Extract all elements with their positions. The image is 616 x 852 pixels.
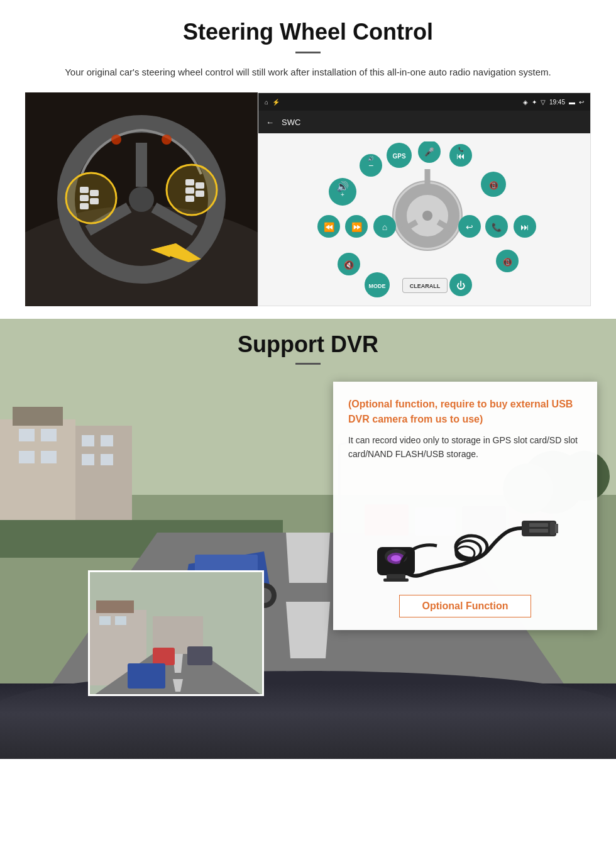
swc-status-bar: ⌂ ⚡ ◈ ✦ ▽ 19:45 ▬ ↩ (258, 93, 590, 111)
dvr-title-divider (295, 363, 321, 365)
svg-text:+: + (341, 191, 344, 198)
swc-buttons-area: − 🔊 GPS 🎤 ⏮ 📞 🔊 + (258, 133, 590, 306)
svg-text:⏻: ⏻ (456, 280, 465, 290)
wifi-icon: ▽ (541, 99, 546, 106)
bluetooth-icon: ✦ (532, 99, 537, 106)
svg-rect-17 (195, 182, 204, 189)
svg-rect-70 (13, 407, 63, 426)
svg-text:⌂: ⌂ (382, 222, 387, 232)
svg-rect-8 (80, 187, 89, 193)
svg-text:🔇: 🔇 (344, 260, 355, 270)
svg-rect-105 (115, 616, 126, 625)
swc-title: Steering Wheel Control (25, 19, 591, 45)
svg-rect-73 (19, 451, 35, 463)
svg-point-25 (422, 211, 432, 221)
swc-nav-back-arrow[interactable]: ← (266, 118, 274, 127)
swc-section: Steering Wheel Control Your original car… (0, 0, 616, 319)
svg-text:📞: 📞 (458, 147, 464, 152)
location-icon: ◈ (523, 99, 528, 106)
battery-icon: ▬ (569, 99, 575, 106)
svg-point-21 (111, 135, 121, 145)
svg-text:🎤: 🎤 (424, 147, 435, 157)
swc-photo-inner (25, 92, 258, 306)
svg-rect-14 (185, 179, 194, 185)
dvr-description-text: It can record video only to storage in G… (348, 433, 582, 462)
svg-rect-126 (383, 578, 409, 582)
svg-rect-16 (185, 196, 194, 202)
svg-text:🔊: 🔊 (368, 155, 374, 162)
svg-rect-9 (80, 195, 89, 201)
dvr-title: Support DVR (238, 331, 378, 358)
svg-text:⏪: ⏪ (324, 222, 335, 233)
swc-status-icons-left: ⌂ ⚡ (265, 99, 280, 106)
dvr-info-card: (Optional function, require to buy exter… (333, 382, 597, 630)
svg-text:⏭: ⏭ (520, 222, 529, 232)
svg-text:📵: 📵 (489, 180, 498, 190)
svg-rect-72 (41, 429, 57, 441)
svg-text:CLEARALL: CLEARALL (410, 283, 441, 289)
dvr-camera-svg (371, 472, 559, 585)
svg-point-124 (391, 555, 401, 562)
svg-text:↩: ↩ (466, 222, 473, 232)
dvr-optional-requirement-text: (Optional function, require to buy exter… (348, 397, 582, 427)
svg-rect-79 (101, 454, 113, 465)
svg-rect-104 (99, 616, 111, 625)
swc-interface: ⌂ ⚡ ◈ ✦ ▽ 19:45 ▬ ↩ ← SWC (258, 92, 591, 306)
svg-text:MODE: MODE (369, 283, 386, 289)
svg-point-3 (129, 187, 154, 212)
svg-point-22 (162, 135, 172, 145)
optional-function-button[interactable]: Optional Function (399, 595, 532, 617)
svg-rect-112 (128, 663, 165, 689)
svg-rect-15 (185, 187, 194, 194)
steering-wheel-photo-svg (25, 92, 258, 306)
swc-nav-title: SWC (282, 118, 300, 127)
swc-nav-bar: ← SWC (258, 111, 590, 133)
dvr-title-bg: Support DVR (238, 331, 378, 365)
dvr-small-cam-svg (90, 572, 264, 696)
svg-rect-111 (153, 648, 175, 665)
svg-text:⏩: ⏩ (351, 222, 363, 233)
svg-text:GPS: GPS (392, 153, 405, 160)
svg-text:📵: 📵 (503, 257, 512, 267)
svg-rect-103 (96, 600, 134, 613)
svg-rect-12 (90, 198, 99, 204)
swc-time: 19:45 (549, 99, 565, 106)
svg-text:⏮: ⏮ (456, 151, 465, 161)
dvr-section: Support DVR (Optional functi (0, 319, 616, 759)
swc-image-row: ⌂ ⚡ ◈ ✦ ▽ 19:45 ▬ ↩ ← SWC (25, 92, 591, 306)
dvr-title-overlay: Support DVR (0, 319, 616, 365)
svg-rect-18 (195, 191, 204, 197)
svg-rect-10 (80, 203, 89, 209)
svg-rect-77 (101, 435, 113, 446)
swc-subtitle: Your original car's steering wheel contr… (25, 65, 591, 80)
back-nav-icon: ↩ (579, 99, 584, 106)
svg-rect-114 (529, 523, 548, 527)
svg-rect-71 (19, 429, 35, 441)
svg-rect-110 (187, 646, 212, 665)
svg-rect-115 (529, 529, 548, 533)
svg-text:−: − (368, 160, 373, 170)
usb-icon: ⚡ (272, 99, 280, 106)
svg-marker-82 (286, 533, 330, 583)
svg-rect-69 (0, 419, 75, 533)
swc-photo (25, 92, 258, 306)
svg-rect-76 (82, 435, 94, 446)
dvr-small-screenshot (88, 570, 264, 696)
svg-marker-83 (286, 602, 330, 658)
swc-title-divider (295, 52, 321, 53)
svg-rect-117 (555, 524, 558, 533)
svg-rect-11 (90, 190, 99, 196)
svg-rect-116 (550, 522, 555, 535)
swc-buttons-svg: − 🔊 GPS 🎤 ⏮ 📞 🔊 + (261, 141, 588, 299)
dvr-product-area (348, 472, 582, 585)
home-icon: ⌂ (265, 99, 268, 106)
swc-status-icons-right: ◈ ✦ ▽ 19:45 ▬ ↩ (523, 99, 584, 106)
svg-rect-78 (82, 454, 94, 465)
svg-text:📞: 📞 (492, 222, 502, 233)
svg-rect-74 (41, 451, 57, 463)
